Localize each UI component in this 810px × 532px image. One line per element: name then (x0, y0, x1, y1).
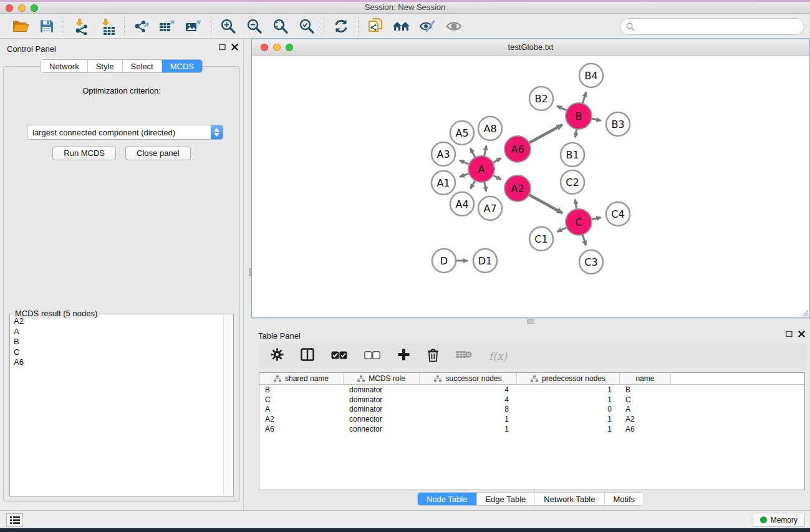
table-cell[interactable]: A2 (620, 415, 671, 423)
result-item[interactable]: A2 (11, 316, 223, 327)
zoom-fit-button[interactable] (271, 16, 291, 36)
show-task-history-button[interactable] (6, 513, 23, 527)
add-row-button[interactable] (397, 348, 410, 364)
table-cell[interactable]: 1 (517, 395, 620, 404)
show-graphics-details-button[interactable] (444, 16, 464, 36)
table-cell[interactable]: 8 (420, 405, 517, 414)
network-minimize-button[interactable] (273, 44, 281, 51)
result-item[interactable]: A (11, 327, 223, 337)
result-item[interactable]: A6 (11, 357, 223, 368)
run-mcds-button[interactable]: Run MCDS (52, 147, 116, 160)
table-cell[interactable]: B (259, 385, 344, 394)
show-columns-button[interactable] (301, 348, 314, 364)
close-panel-icon[interactable] (231, 44, 238, 51)
tab-network-table[interactable]: Network Table (535, 493, 604, 505)
function-builder-button[interactable]: f(x) (489, 350, 507, 362)
graph-edge-C-C3[interactable] (582, 233, 586, 245)
table-settings-button[interactable] (271, 348, 284, 364)
table-cell[interactable]: A6 (620, 425, 671, 433)
save-session-button[interactable] (37, 16, 57, 36)
search-field[interactable] (620, 18, 804, 35)
tab-edge-table[interactable]: Edge Table (476, 493, 535, 505)
network-canvas[interactable]: AA1A2A3A4A5A6A7A8BB1B2B3B4CC1C2C3C4DD1 (252, 56, 809, 317)
open-session-button[interactable] (11, 16, 31, 36)
column-header-shared-name[interactable]: shared name (259, 373, 344, 384)
graph-edge-A6-B[interactable] (528, 125, 562, 143)
table-cell[interactable]: A6 (259, 425, 344, 433)
float-panel-icon[interactable] (219, 44, 226, 51)
export-image-button[interactable] (184, 16, 204, 36)
column-header-name[interactable]: name (620, 373, 671, 384)
zoom-in-button[interactable] (218, 16, 238, 36)
export-table-button[interactable] (158, 16, 178, 36)
table-row[interactable]: A6connector11A6 (259, 424, 804, 434)
close-window-button[interactable] (6, 4, 13, 12)
network-close-button[interactable] (261, 44, 268, 51)
tab-style[interactable]: Style (88, 60, 123, 72)
close-panel-button[interactable]: Close panel (125, 147, 191, 160)
table-cell[interactable]: 4 (420, 395, 517, 404)
table-row[interactable]: Bdominator41B (259, 385, 804, 395)
memory-label: Memory (771, 516, 798, 525)
table-cell[interactable]: 1 (420, 415, 517, 423)
minimize-window-button[interactable] (18, 4, 26, 12)
zoom-out-button[interactable] (244, 16, 264, 36)
result-item[interactable]: B (11, 337, 223, 347)
result-item[interactable]: C (11, 347, 223, 358)
tab-motifs[interactable]: Motifs (604, 493, 644, 505)
delete-table-button[interactable] (456, 350, 472, 362)
table-cell[interactable]: connector (344, 425, 420, 433)
table-cell[interactable]: 1 (517, 425, 620, 433)
table-cell[interactable]: dominator (344, 395, 420, 404)
table-cell[interactable]: C (259, 395, 344, 404)
table-cell[interactable]: A2 (259, 415, 344, 423)
float-panel-icon[interactable] (786, 331, 793, 337)
import-network-button[interactable] (71, 16, 91, 36)
home-button[interactable] (392, 16, 412, 36)
import-table-button[interactable] (97, 16, 117, 36)
zoom-selected-button[interactable] (297, 16, 317, 36)
hide-graphics-details-button[interactable] (418, 16, 438, 36)
optimization-criterion-dropdown[interactable]: largest connected component (directed) (27, 125, 223, 140)
close-panel-icon[interactable] (798, 331, 805, 337)
copy-style-button[interactable] (365, 16, 385, 36)
tab-network[interactable]: Network (41, 60, 88, 72)
table-row[interactable]: A2connector11A2 (259, 414, 804, 424)
deselect-all-button[interactable] (364, 351, 380, 362)
delete-row-button[interactable] (427, 348, 439, 364)
table-cell[interactable]: 1 (517, 415, 620, 423)
table-cell[interactable]: connector (344, 415, 420, 423)
table-row[interactable]: Cdominator41C (259, 395, 804, 405)
network-zoom-button[interactable] (286, 44, 293, 51)
memory-button[interactable]: Memory (753, 513, 805, 527)
node-table[interactable]: shared nameMCDS rolesuccessor nodesprede… (259, 372, 805, 490)
table-cell[interactable]: C (620, 395, 671, 404)
column-header-MCDS-role[interactable]: MCDS role (344, 373, 420, 384)
column-header-successor-nodes[interactable]: successor nodes (420, 373, 517, 384)
graph-edge-B-B4[interactable] (582, 92, 586, 105)
table-cell[interactable]: dominator (344, 385, 420, 394)
graph-edge-A2-C[interactable] (528, 194, 562, 213)
tab-mcds[interactable]: MCDS (162, 60, 202, 72)
tab-node-table[interactable]: Node Table (418, 493, 477, 505)
select-all-button[interactable] (331, 351, 347, 362)
table-cell[interactable]: 1 (420, 425, 517, 433)
table-cell[interactable]: A (259, 405, 344, 414)
table-cell[interactable]: A (620, 405, 671, 414)
table-cell[interactable]: 1 (517, 385, 620, 394)
zoom-window-button[interactable] (31, 4, 38, 12)
export-network-button[interactable] (132, 16, 152, 36)
column-header-predecessor-nodes[interactable]: predecessor nodes (517, 373, 620, 384)
table-cell[interactable]: B (620, 385, 671, 394)
horizontal-splitter-handle[interactable] (527, 319, 534, 324)
tab-select[interactable]: Select (123, 60, 162, 72)
resize-grip-icon[interactable] (800, 308, 809, 317)
table-toolbar: f(x) (259, 343, 805, 369)
table-cell[interactable]: 4 (420, 385, 517, 394)
result-scrollbar[interactable] (223, 315, 233, 495)
table-cell[interactable]: dominator (344, 405, 420, 414)
table-cell[interactable]: 0 (517, 405, 620, 414)
refresh-button[interactable] (331, 16, 351, 36)
table-row[interactable]: Adominator80A (259, 405, 804, 415)
search-input[interactable] (639, 21, 804, 32)
